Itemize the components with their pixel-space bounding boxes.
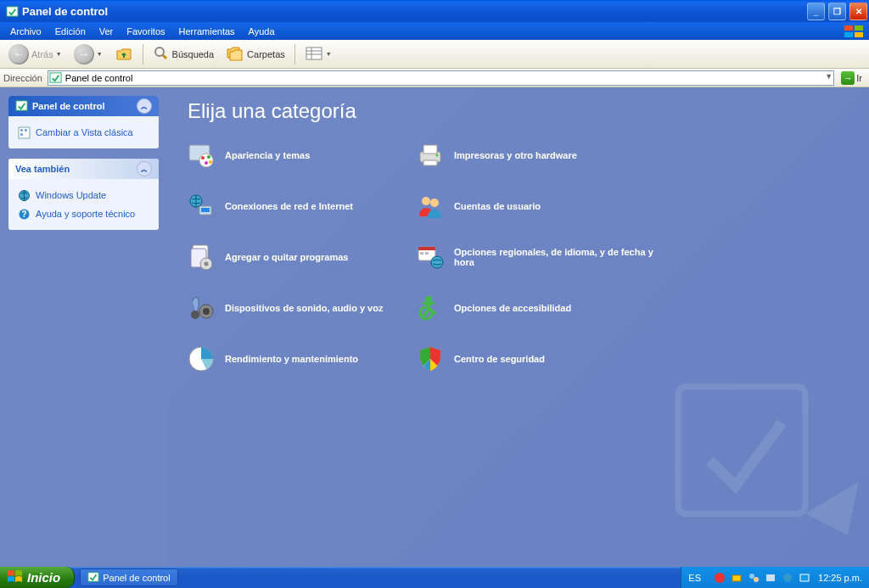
category-accessibility[interactable]: Opciones de accesibilidad (417, 294, 654, 322)
svg-rect-2 (855, 25, 863, 31)
close-button[interactable]: ✕ (849, 3, 867, 20)
address-dropdown-icon[interactable]: ▼ (825, 72, 833, 81)
views-button[interactable]: ▼ (300, 43, 337, 65)
category-network[interactable]: Conexiones de red e Internet (188, 193, 417, 220)
menu-favoritos[interactable]: Favoritos (120, 24, 171, 39)
back-button[interactable]: ← Atrás ▼ (3, 42, 67, 67)
switch-classic-view-link[interactable]: Cambiar a Vista clásica (17, 123, 150, 142)
svg-point-37 (205, 262, 209, 266)
up-button[interactable] (109, 42, 138, 67)
panel-title: Panel de control (32, 101, 105, 111)
search-icon (153, 45, 170, 64)
svg-rect-13 (20, 129, 23, 132)
category-regional[interactable]: Opciones regionales, de idioma, y de fec… (417, 244, 654, 271)
menu-edicion[interactable]: Edición (48, 24, 93, 39)
svg-point-24 (209, 160, 212, 164)
folders-icon (226, 45, 244, 64)
tray-icon[interactable] (747, 571, 760, 585)
svg-point-42 (431, 256, 443, 268)
svg-rect-6 (306, 48, 322, 59)
search-label: Búsqueda (172, 49, 215, 59)
svg-rect-55 (766, 574, 775, 581)
svg-rect-40 (420, 252, 423, 255)
category-label: Rendimiento y mantenimiento (225, 354, 358, 364)
chevron-down-icon: ▼ (97, 51, 103, 57)
help-support-link[interactable]: ? Ayuda y soporte técnico (17, 204, 150, 223)
svg-text:?: ? (21, 210, 26, 219)
svg-point-23 (205, 161, 208, 165)
link-label: Ayuda y soporte técnico (36, 209, 135, 219)
help-icon: ? (17, 207, 31, 221)
panel-control-panel: Panel de control ︽ Cambiar a Vista clási… (8, 96, 159, 148)
panel-see-also: Vea también ︽ Windows Update ? Ayuda y s… (8, 159, 159, 230)
start-button[interactable]: Inicio (0, 567, 75, 588)
forward-button[interactable]: → ▼ (69, 42, 108, 67)
category-printers[interactable]: Impresoras y otro hardware (417, 142, 654, 169)
collapse-icon[interactable]: ︽ (137, 161, 152, 176)
windows-logo-icon (840, 22, 869, 40)
windows-update-link[interactable]: Windows Update (17, 186, 150, 204)
window-title: Panel de control (22, 5, 108, 18)
category-appearance[interactable]: Apariencia y temas (188, 142, 417, 169)
menu-archivo[interactable]: Archivo (3, 24, 48, 39)
search-button[interactable]: Búsqueda (148, 42, 220, 66)
svg-rect-1 (844, 25, 853, 31)
svg-rect-57 (800, 574, 809, 581)
svg-rect-49 (678, 387, 805, 514)
category-security[interactable]: Centro de seguridad (417, 345, 654, 372)
control-panel-icon (49, 71, 62, 86)
tray-icon[interactable] (781, 571, 794, 585)
go-button[interactable]: → Ir (838, 70, 866, 86)
tray-icon[interactable] (713, 571, 726, 585)
task-item-label: Panel de control (103, 573, 171, 583)
taskbar-item-control-panel[interactable]: Panel de control (80, 568, 178, 586)
folders-label: Carpetas (247, 49, 285, 59)
svg-point-21 (201, 156, 205, 160)
panel-header[interactable]: Panel de control ︽ (8, 96, 159, 116)
add-remove-icon (188, 244, 215, 271)
svg-point-51 (715, 573, 725, 583)
accessibility-icon (417, 294, 444, 322)
category-label: Opciones regionales, de idioma, y de fec… (454, 247, 654, 267)
link-label: Windows Update (36, 190, 106, 200)
titlebar: Panel de control _ ❐ ✕ (0, 0, 869, 22)
folders-button[interactable]: Carpetas (221, 42, 290, 66)
category-sound[interactable]: Dispositivos de sonido, audio y voz (188, 294, 417, 322)
menu-ver[interactable]: Ver (93, 24, 121, 39)
separator (143, 44, 143, 64)
panel-header[interactable]: Vea también ︽ (8, 159, 159, 179)
appearance-icon (188, 142, 215, 169)
svg-rect-3 (844, 32, 853, 37)
tray-icon[interactable] (730, 571, 743, 585)
menu-herramientas[interactable]: Herramientas (172, 24, 242, 39)
menubar: Archivo Edición Ver Favoritos Herramient… (0, 22, 869, 40)
category-performance[interactable]: Rendimiento y mantenimiento (188, 345, 417, 372)
language-indicator[interactable]: ES (688, 573, 701, 583)
back-label: Atrás (31, 49, 53, 59)
tray-icon[interactable] (798, 571, 811, 585)
collapse-icon[interactable]: ︽ (137, 98, 152, 114)
minimize-button[interactable]: _ (807, 3, 825, 20)
category-add-remove[interactable]: Agregar o quitar programas (188, 244, 417, 271)
category-users[interactable]: Cuentas de usuario (417, 193, 654, 220)
watermark-icon (657, 355, 869, 567)
address-input[interactable] (48, 70, 834, 86)
go-arrow-icon: → (841, 71, 855, 85)
svg-point-28 (436, 154, 439, 157)
category-label: Impresoras y otro hardware (454, 150, 577, 160)
svg-point-56 (783, 574, 792, 582)
svg-rect-27 (423, 160, 437, 165)
tray-icon[interactable] (764, 571, 777, 585)
svg-rect-31 (201, 208, 210, 212)
svg-rect-4 (855, 32, 863, 37)
category-label: Conexiones de red e Internet (225, 201, 353, 211)
maximize-button[interactable]: ❐ (828, 3, 846, 20)
category-label: Apariencia y temas (225, 150, 310, 160)
start-label: Inicio (27, 570, 60, 585)
clock[interactable]: 12:25 p.m. (818, 573, 862, 583)
printer-icon (417, 142, 444, 169)
go-label: Ir (856, 73, 862, 83)
chevron-down-icon: ▼ (326, 51, 332, 57)
menu-ayuda[interactable]: Ayuda (242, 24, 282, 39)
svg-point-20 (199, 154, 213, 167)
